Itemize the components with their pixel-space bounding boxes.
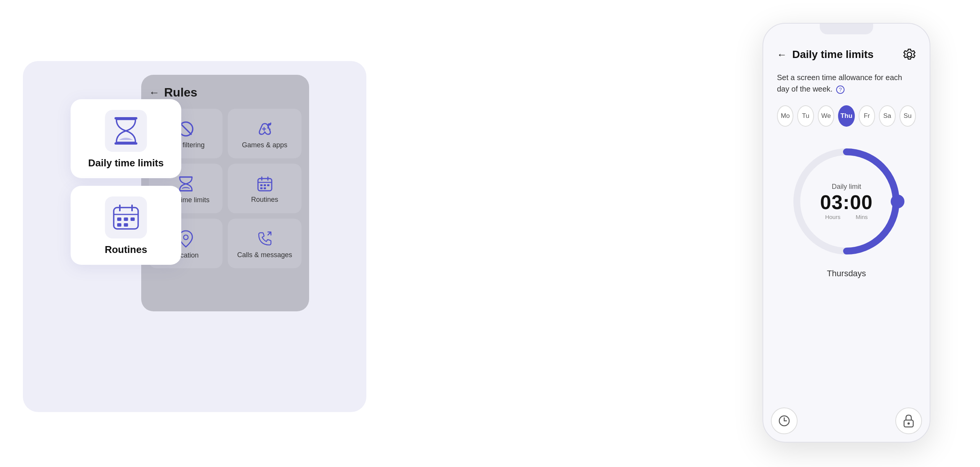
day-pill-fr[interactable]: Fr: [859, 105, 875, 127]
phone-subtitle: Set a screen time allowance for each day…: [777, 72, 916, 95]
day-pill-tu[interactable]: Tu: [797, 105, 814, 127]
hourglass-icon-large: [113, 116, 139, 145]
day-pill-we[interactable]: We: [818, 105, 834, 127]
svg-rect-22: [117, 217, 121, 221]
timer-daily-limit-label: Daily limit: [820, 183, 873, 191]
scene: ← Rules Web filtering: [0, 0, 980, 467]
timer-center: Daily limit 03:00 Hours Mins: [820, 183, 873, 220]
timer-knob: [891, 195, 904, 208]
svg-line-1: [181, 124, 191, 134]
rules-cell-calls-messages[interactable]: Calls & messages: [228, 219, 301, 268]
day-pill-thu[interactable]: Thu: [838, 105, 854, 127]
svg-rect-12: [267, 184, 269, 186]
day-pill-su[interactable]: Su: [899, 105, 916, 127]
day-pill-mo[interactable]: Mo: [777, 105, 793, 127]
rules-title: Rules: [164, 85, 197, 100]
day-pills: Mo Tu We Thu Fr Sa Su: [777, 105, 916, 127]
timer-value: 03:00: [820, 192, 873, 212]
rules-cell-routines[interactable]: Routines: [228, 164, 301, 213]
feature-card-daily-time-limits[interactable]: Daily time limits: [71, 99, 181, 178]
phone-header-title: Daily time limits: [792, 48, 874, 61]
svg-rect-13: [260, 187, 263, 189]
timer-container[interactable]: Daily limit 03:00 Hours Mins: [777, 140, 916, 262]
phone-bottom-bar: [763, 407, 930, 442]
feature-card-daily-time-limits-label: Daily time limits: [88, 157, 164, 169]
timer-hours-label: Hours: [825, 214, 840, 220]
rules-back-arrow[interactable]: ←: [149, 87, 160, 99]
phone-header-left: ← Daily time limits: [777, 48, 874, 61]
phone-mockup: ← Daily time limits Set a screen time al…: [762, 23, 930, 443]
calendar-icon-wrap: [105, 196, 147, 238]
phone-back-arrow[interactable]: ←: [777, 49, 787, 61]
games-icon: [256, 121, 273, 137]
rules-cell-games-apps[interactable]: Games & apps: [228, 109, 301, 158]
svg-rect-24: [131, 217, 135, 221]
phone-lock-button[interactable]: [895, 407, 922, 434]
phone-header: ← Daily time limits: [777, 48, 916, 61]
timer-day-label: Thursdays: [777, 269, 916, 279]
phone-clock-button[interactable]: [771, 407, 798, 434]
calendar-icon-large: [112, 204, 140, 231]
rules-cell-routines-label: Routines: [251, 196, 278, 204]
rules-cell-calls-messages-label: Calls & messages: [237, 251, 292, 259]
floating-cards: Daily time limits: [71, 99, 181, 265]
svg-rect-25: [117, 223, 121, 227]
svg-point-15: [184, 235, 188, 240]
rules-cell-games-apps-label: Games & apps: [242, 141, 287, 149]
phone-icon: [256, 230, 273, 247]
help-icon[interactable]: ?: [836, 85, 845, 94]
svg-point-33: [907, 422, 910, 425]
svg-rect-23: [124, 217, 128, 221]
feature-card-routines-label: Routines: [105, 244, 147, 256]
day-pill-sa[interactable]: Sa: [879, 105, 895, 127]
svg-point-3: [269, 129, 271, 130]
hourglass-icon-wrap: [105, 110, 147, 152]
timer-mins-label: Mins: [856, 214, 868, 220]
svg-rect-26: [124, 223, 128, 227]
calendar-icon-small: [257, 176, 273, 192]
svg-rect-10: [260, 184, 263, 186]
svg-rect-14: [264, 187, 266, 189]
feature-card-routines[interactable]: Routines: [71, 186, 181, 265]
phone-notch: [820, 24, 873, 34]
svg-rect-11: [264, 184, 266, 186]
phone-content: ← Daily time limits Set a screen time al…: [763, 34, 930, 407]
timer-units: Hours Mins: [820, 214, 873, 220]
rules-header: ← Rules: [149, 85, 301, 100]
phone-gear-icon[interactable]: [903, 48, 916, 61]
